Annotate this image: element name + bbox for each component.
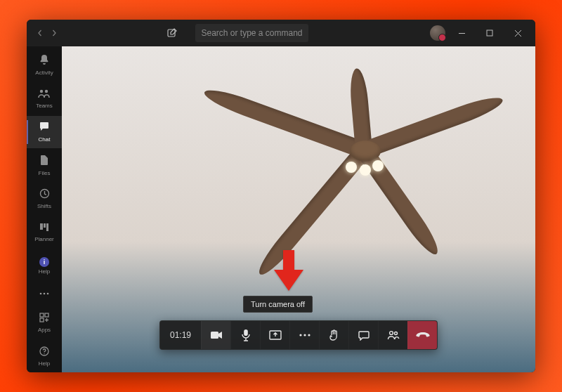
more-icon [299, 334, 311, 337]
sidebar-item-activity[interactable]: Activity [27, 49, 62, 81]
maximize-button[interactable] [478, 23, 502, 43]
sidebar-item-planner[interactable]: Planner [27, 216, 62, 249]
raise-hand-icon [329, 329, 339, 341]
share-screen-icon [269, 330, 282, 340]
share-screen-button[interactable] [260, 321, 289, 349]
sidebar-item-label: Apps [38, 327, 51, 333]
svg-rect-12 [45, 313, 48, 317]
svg-rect-7 [46, 223, 48, 231]
svg-rect-17 [244, 329, 248, 336]
sidebar-item-label: Planner [34, 237, 54, 242]
svg-rect-1 [487, 30, 492, 36]
forward-button[interactable] [49, 28, 59, 38]
clock-icon [39, 188, 50, 202]
search-input[interactable]: Search or type a command [195, 24, 308, 42]
teams-people-icon [38, 89, 51, 101]
sidebar-item-label: Help [39, 269, 50, 275]
search-placeholder: Search or type a command [201, 28, 302, 38]
back-button[interactable] [35, 28, 45, 38]
sidebar-item-shifts[interactable]: Shifts [27, 183, 62, 215]
sidebar-item-teams[interactable]: Teams [27, 83, 62, 115]
participants-button[interactable] [378, 321, 407, 349]
sidebar-item-chat[interactable]: Chat [27, 116, 62, 148]
sidebar-item-label: Files [39, 171, 51, 176]
tooltip-text: Turn camera off [251, 300, 305, 308]
sidebar-item-help-top[interactable]: i Help [27, 249, 62, 282]
svg-point-20 [303, 334, 306, 336]
close-button[interactable] [506, 23, 530, 43]
camera-icon [210, 330, 223, 340]
svg-rect-13 [40, 318, 44, 322]
chat-icon [358, 330, 370, 341]
titlebar: Search or type a command [27, 20, 535, 46]
camera-toggle-button[interactable] [201, 321, 230, 349]
svg-point-19 [299, 334, 301, 336]
chat-icon [39, 121, 50, 135]
ceiling-fan-graphic [364, 150, 365, 151]
help-icon [39, 346, 49, 359]
sidebar-more-icon[interactable] [27, 283, 62, 304]
planner-icon [39, 222, 49, 235]
annotation-arrow-icon [274, 250, 303, 294]
more-actions-button[interactable] [289, 321, 319, 349]
sidebar-item-label: Help [39, 361, 50, 367]
tooltip: Turn camera off [243, 296, 313, 313]
hangup-icon [416, 332, 430, 339]
file-icon [39, 155, 49, 169]
call-timer: 01:19 [160, 321, 201, 349]
svg-point-3 [45, 90, 48, 93]
apps-icon [39, 313, 49, 325]
compose-icon[interactable] [166, 27, 178, 39]
raise-hand-button[interactable] [319, 321, 348, 349]
sidebar-item-help-bottom[interactable]: Help [27, 340, 62, 372]
sidebar-item-apps[interactable]: Apps [27, 307, 62, 339]
help-dot-icon: i [39, 257, 49, 267]
sidebar-item-label: Activity [35, 70, 53, 76]
avatar[interactable] [430, 25, 445, 41]
svg-point-8 [40, 293, 42, 295]
svg-point-21 [308, 334, 310, 336]
mic-icon [241, 329, 251, 341]
svg-rect-16 [211, 332, 218, 339]
sidebar-item-label: Shifts [37, 204, 51, 209]
chat-button[interactable] [348, 321, 378, 349]
hangup-button[interactable] [407, 321, 437, 349]
bell-icon [39, 54, 50, 68]
svg-rect-6 [44, 223, 46, 228]
svg-point-15 [44, 353, 44, 354]
siderail: Activity Teams Chat Files [27, 46, 62, 372]
call-video-area: Turn camera off 01:19 [62, 46, 535, 372]
sidebar-item-files[interactable]: Files [27, 150, 62, 182]
sidebar-item-label: Chat [39, 137, 51, 143]
sidebar-item-label: Teams [36, 103, 53, 109]
app-body: Activity Teams Chat Files [27, 46, 535, 372]
svg-point-22 [389, 332, 393, 335]
svg-point-2 [40, 90, 43, 93]
svg-point-10 [47, 293, 49, 295]
minimize-button[interactable] [450, 23, 473, 43]
svg-point-23 [394, 332, 397, 335]
svg-rect-11 [40, 313, 44, 317]
call-control-bar: 01:19 [159, 320, 438, 350]
people-icon [387, 330, 400, 340]
svg-rect-5 [40, 223, 43, 230]
svg-point-9 [44, 293, 46, 295]
mic-toggle-button[interactable] [230, 321, 260, 349]
teams-app-window: Search or type a command Activity [27, 20, 535, 372]
